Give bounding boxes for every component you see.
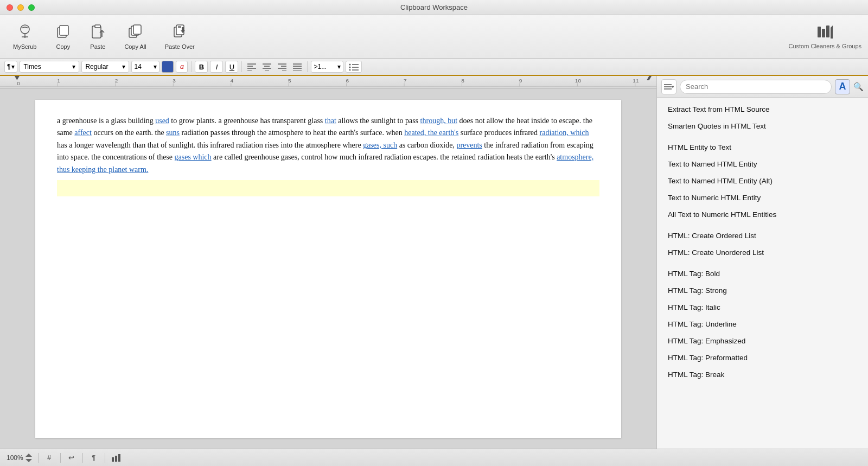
pasteover-button[interactable]: Paste Over	[158, 21, 201, 53]
custom-cleaners-button[interactable]: Custom Cleaners & Groups	[789, 24, 862, 49]
custom-cleaners-icon	[816, 24, 834, 43]
sidebar-item-html-strong[interactable]: HTML Tag: Strong	[659, 282, 866, 299]
ordered-list-button[interactable]: >1... ▾	[311, 61, 343, 73]
sidebar-item-html-entity[interactable]: HTML Entity to Text	[659, 139, 866, 156]
sidebar-item-html-preformatted[interactable]: HTML Tag: Preformatted	[659, 349, 866, 366]
svg-text:10: 10	[575, 79, 581, 84]
sidebar-item-unordered-list[interactable]: HTML: Create Unordered List	[659, 244, 866, 261]
svg-rect-5	[95, 25, 100, 28]
sidebar-item-all-text-numeric[interactable]: All Text to Numeric HTML Entities	[659, 206, 866, 223]
style-selector[interactable]: Regular ▾	[81, 61, 129, 73]
zoom-control[interactable]: 100%	[7, 454, 33, 462]
svg-text:8: 8	[461, 79, 464, 84]
sidebar-list: Extract Text from HTML Source Smarten Qu…	[657, 98, 868, 449]
sidebar-item-ordered-list[interactable]: HTML: Create Ordered List	[659, 227, 866, 244]
svg-text:5: 5	[288, 79, 291, 84]
align-center-button[interactable]	[260, 61, 273, 73]
underline-button[interactable]: U	[225, 61, 238, 73]
paste-button[interactable]: Paste	[83, 21, 112, 53]
minimize-button[interactable]	[17, 4, 24, 11]
link-atmosphere[interactable]: atmosphere, thus keeping the planet warm…	[57, 153, 593, 173]
sidebar-item-html-underline[interactable]: HTML Tag: Underline	[659, 316, 866, 333]
svg-point-33	[349, 67, 351, 68]
copy-button[interactable]: Copy	[48, 21, 78, 53]
sidebar-separator-2	[657, 223, 868, 227]
chart-button[interactable]	[111, 452, 122, 463]
link-prevents[interactable]: prevents	[456, 141, 482, 149]
sidebar-item-text-named-entity-alt[interactable]: Text to Named HTML Entity (Alt)	[659, 173, 866, 189]
link-that[interactable]: that	[325, 117, 336, 125]
statusbar: 100% # ↩ ¶	[0, 449, 868, 466]
font-chevron: ▾	[72, 63, 75, 71]
ordered-list-label: >1...	[314, 63, 327, 71]
sidebar-item-html-italic[interactable]: HTML Tag: Italic	[659, 299, 866, 316]
svg-rect-14	[826, 25, 829, 37]
align-justify-button[interactable]	[291, 61, 304, 73]
link-gases-which[interactable]: gases which	[175, 153, 212, 161]
link-radiation[interactable]: radiation, which	[540, 129, 589, 137]
main-area: 0 1 2 3 4 5 6 7 8	[0, 76, 868, 449]
sidebar-menu-button[interactable]: ▾	[661, 79, 676, 94]
maximize-button[interactable]	[28, 4, 35, 11]
style-value: Regular	[85, 63, 108, 71]
link-suns[interactable]: suns	[166, 129, 180, 137]
svg-text:11: 11	[633, 79, 639, 84]
size-box[interactable]: 14 ▾	[131, 61, 159, 73]
paragraph-stepper[interactable]: ¶ ▾	[4, 61, 17, 73]
titlebar: Clipboard Workspace	[0, 0, 868, 15]
sidebar-item-text-numeric-entity[interactable]: Text to Numeric HTML Entity	[659, 189, 866, 206]
sidebar-item-extract-text-html[interactable]: Extract Text from HTML Source	[659, 101, 866, 118]
search-icon: 🔍	[853, 82, 864, 92]
myscrub-button[interactable]: MyScrub	[7, 21, 43, 53]
unordered-list-button[interactable]	[346, 61, 362, 73]
svg-rect-13	[822, 29, 825, 37]
undo-icon: ↩	[68, 454, 74, 462]
link-used[interactable]: used	[155, 117, 169, 125]
svg-marker-67	[25, 459, 32, 462]
align-right-button[interactable]	[276, 61, 289, 73]
paragraph-icon: ¶	[7, 63, 10, 71]
editor-page[interactable]: a greenhouse is a glass building used to…	[35, 100, 621, 438]
paragraph-arrow: ▾	[11, 63, 15, 71]
pasteover-icon	[172, 24, 187, 41]
text-color-button[interactable]: a	[176, 61, 188, 73]
svg-point-31	[349, 64, 351, 66]
sidebar-item-html-bold[interactable]: HTML Tag: Bold	[659, 265, 866, 282]
undo-button[interactable]: ↩	[66, 452, 77, 463]
italic-button[interactable]: I	[210, 61, 223, 73]
sidebar-item-smarten-quotes[interactable]: Smarten Quotes in HTML Text	[659, 118, 866, 135]
svg-text:9: 9	[519, 79, 522, 84]
paragraph-button[interactable]: ¶	[88, 452, 99, 463]
sidebar-item-html-break[interactable]: HTML Tag: Break	[659, 366, 866, 383]
list-order-chevron: ▾	[337, 63, 341, 71]
paste-icon	[90, 24, 105, 41]
link-gases-such[interactable]: gases, such	[363, 141, 397, 149]
link-through[interactable]: through, but	[420, 117, 457, 125]
hash-button[interactable]: #	[44, 452, 55, 463]
close-button[interactable]	[7, 4, 13, 11]
window-title: Clipboard Workspace	[400, 3, 468, 11]
link-affect[interactable]: affect	[74, 129, 92, 137]
align-left-button[interactable]	[245, 61, 258, 73]
formatbar: ¶ ▾ Times ▾ Regular ▾ 14 ▾ a B I U >1.	[0, 59, 868, 76]
editor-scroll[interactable]: a greenhouse is a glass building used to…	[0, 89, 656, 449]
font-selector[interactable]: Times ▾	[20, 61, 79, 73]
sidebar-item-text-named-entity[interactable]: Text to Named HTML Entity	[659, 156, 866, 173]
svg-text:2: 2	[115, 79, 118, 84]
format-divider-1	[191, 61, 192, 72]
search-input[interactable]	[680, 80, 832, 94]
sidebar-header: ▾ A 🔍	[657, 76, 868, 98]
editor-text[interactable]: a greenhouse is a glass building used to…	[57, 115, 599, 196]
copyall-button[interactable]: Copy All	[118, 21, 152, 53]
sidebar-separator-3	[657, 261, 868, 265]
svg-text:0: 0	[17, 81, 20, 86]
link-heated[interactable]: heated, the earth's	[404, 129, 458, 137]
myscrub-label: MyScrub	[13, 43, 36, 50]
bold-button[interactable]: B	[195, 61, 208, 73]
sidebar-item-html-emphasized[interactable]: HTML Tag: Emphasized	[659, 333, 866, 349]
color-picker[interactable]	[162, 61, 174, 73]
copyall-label: Copy All	[124, 43, 146, 50]
status-sep-3	[82, 453, 83, 463]
svg-point-35	[349, 69, 351, 71]
titlebar-buttons	[7, 4, 35, 11]
